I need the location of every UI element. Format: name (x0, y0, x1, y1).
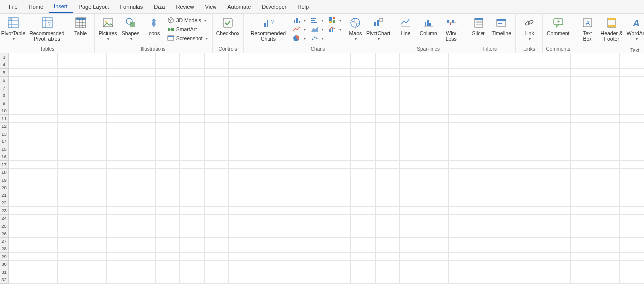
cell[interactable] (156, 138, 180, 145)
cell[interactable] (58, 230, 82, 238)
cell[interactable] (107, 161, 131, 168)
cell[interactable] (571, 222, 595, 230)
tab-review[interactable]: Review (171, 1, 199, 13)
cell[interactable] (546, 268, 571, 276)
cell[interactable] (522, 230, 546, 238)
cell[interactable] (180, 161, 204, 168)
cell[interactable] (473, 53, 497, 61)
cell[interactable] (620, 77, 644, 84)
cell[interactable] (376, 268, 400, 276)
cell[interactable] (107, 123, 131, 130)
cell[interactable] (156, 207, 180, 214)
cell[interactable] (473, 184, 497, 191)
cell[interactable] (180, 107, 204, 115)
cell[interactable] (131, 84, 156, 92)
shapes-button[interactable]: Shapes▾ (120, 15, 141, 42)
cell[interactable] (351, 261, 375, 268)
cell[interactable] (205, 184, 229, 191)
cell[interactable] (131, 61, 156, 69)
cell[interactable] (302, 77, 326, 84)
cell[interactable] (205, 107, 229, 115)
cell[interactable] (473, 61, 497, 69)
cell[interactable] (9, 184, 33, 191)
cell[interactable] (595, 61, 620, 69)
cell[interactable] (253, 215, 277, 222)
cell[interactable] (449, 107, 473, 115)
cell[interactable] (33, 184, 57, 191)
row-header[interactable]: 8 (0, 92, 9, 100)
cell[interactable] (351, 238, 375, 245)
cell[interactable] (205, 123, 229, 130)
cell[interactable] (497, 222, 522, 230)
cell[interactable] (424, 245, 448, 253)
row-header[interactable]: 12 (0, 123, 9, 131)
cell[interactable] (229, 61, 253, 69)
cell[interactable] (473, 222, 497, 230)
cell[interactable] (253, 238, 277, 245)
cell[interactable] (9, 92, 33, 99)
cell[interactable] (571, 261, 595, 268)
cell[interactable] (229, 199, 253, 207)
cell[interactable] (620, 138, 644, 145)
cell[interactable] (33, 153, 57, 161)
icons-button[interactable]: Icons (143, 15, 164, 42)
cell[interactable] (449, 161, 473, 168)
cell[interactable] (82, 53, 107, 61)
cell[interactable] (522, 169, 546, 176)
cell[interactable] (131, 138, 156, 145)
cell[interactable] (376, 176, 400, 184)
cell[interactable] (58, 61, 82, 69)
cell[interactable] (107, 138, 131, 145)
cell[interactable] (376, 115, 400, 122)
cell[interactable] (205, 222, 229, 230)
cell[interactable] (277, 253, 302, 260)
cell[interactable] (620, 238, 644, 245)
cell[interactable] (229, 123, 253, 130)
cell[interactable] (522, 130, 546, 138)
cell[interactable] (473, 130, 497, 138)
cell[interactable] (376, 253, 400, 260)
cell[interactable] (253, 184, 277, 191)
cell[interactable] (473, 215, 497, 222)
cell[interactable] (473, 138, 497, 145)
cell[interactable] (497, 215, 522, 222)
cell[interactable] (253, 92, 277, 99)
cell[interactable] (253, 261, 277, 268)
row-header[interactable]: 27 (0, 238, 9, 245)
cell[interactable] (326, 161, 351, 168)
cell[interactable] (620, 161, 644, 168)
cell[interactable] (229, 169, 253, 176)
cell[interactable] (449, 99, 473, 107)
cell[interactable] (180, 222, 204, 230)
cell[interactable] (33, 261, 57, 268)
cell[interactable] (131, 276, 156, 284)
cell[interactable] (376, 230, 400, 238)
cell[interactable] (82, 191, 107, 199)
cell[interactable] (156, 253, 180, 260)
cell[interactable] (376, 161, 400, 168)
cell[interactable] (595, 215, 620, 222)
cell[interactable] (351, 92, 375, 99)
cell[interactable] (351, 253, 375, 260)
cell[interactable] (449, 184, 473, 191)
cell[interactable] (33, 115, 57, 122)
cell[interactable] (33, 176, 57, 184)
cell[interactable] (424, 53, 448, 61)
cell[interactable] (33, 230, 57, 238)
cell[interactable] (522, 115, 546, 122)
tab-help[interactable]: Help (292, 1, 314, 13)
cell[interactable] (571, 238, 595, 245)
cell[interactable] (326, 268, 351, 276)
cell[interactable] (546, 253, 571, 260)
cell[interactable] (497, 176, 522, 184)
cell[interactable] (522, 123, 546, 130)
cell[interactable] (107, 61, 131, 69)
cell[interactable] (571, 130, 595, 138)
cell[interactable] (376, 130, 400, 138)
cell[interactable] (522, 261, 546, 268)
cell[interactable] (595, 207, 620, 214)
cell[interactable] (156, 153, 180, 161)
cell[interactable] (82, 138, 107, 145)
cell[interactable] (82, 115, 107, 122)
cell[interactable] (424, 222, 448, 230)
